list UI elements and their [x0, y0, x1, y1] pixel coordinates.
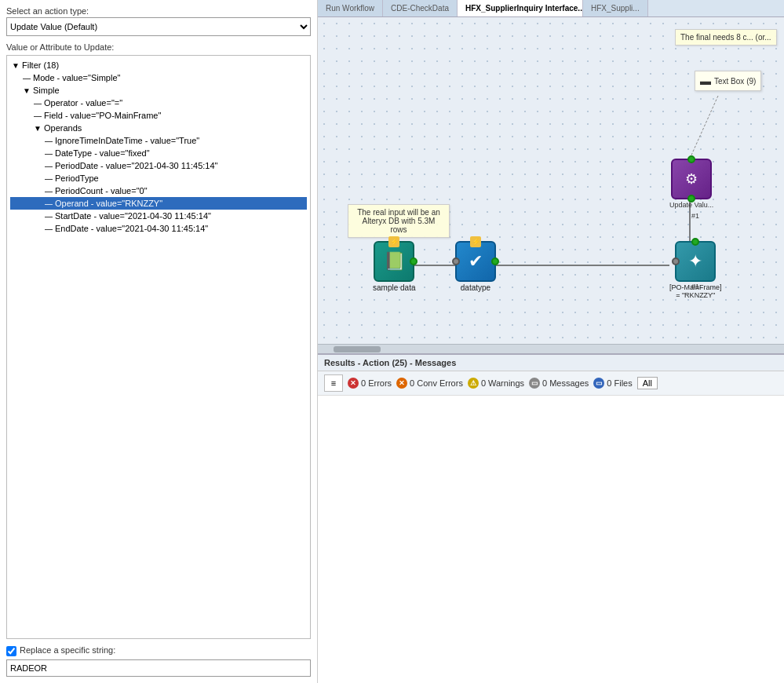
results-panel: Results - Action (25) - Messages ≡ ✕ 0 E… [318, 353, 784, 683]
tree-item-text: Operands [44, 123, 82, 133]
warnings-icon: ⚠ [468, 378, 479, 389]
datatype-lightning: ⚡ [470, 236, 481, 247]
port1-label: #1 [691, 212, 699, 220]
tree-icon: — [43, 187, 54, 195]
tree-icon: ▼ [21, 86, 32, 95]
main-action-port-left [672, 257, 680, 265]
tree-item-text: PeriodDate - value="2021-04-30 11:45:14" [55, 161, 217, 170]
tree-icon: — [32, 99, 43, 108]
tab-item[interactable]: Run Workflow [318, 0, 383, 16]
tree-item[interactable]: —PeriodType [10, 172, 307, 184]
tree-icon: — [43, 174, 54, 183]
tree-item[interactable]: ▼Simple [10, 84, 307, 97]
tab-item[interactable]: CDE-CheckData [383, 0, 458, 16]
sample-data-label: sample data [373, 283, 415, 292]
action-type-select[interactable]: Update Value (Default) [6, 17, 311, 36]
update-value-icon[interactable]: ⚙ [671, 159, 712, 199]
tree-icon: ▼ [32, 124, 43, 133]
replace-label: Replace a specific string: [20, 645, 115, 655]
tree-item-text: StartDate - value="2021-04-30 11:45:14" [55, 211, 211, 221]
replace-check-row: Replace a specific string: [6, 645, 311, 656]
attr-label: Value or Attribute to Update: [6, 42, 311, 52]
main-action-port-top [691, 238, 699, 246]
tree-item[interactable]: —DateType - value="fixed" [10, 147, 307, 159]
errors-count: 0 [361, 378, 366, 388]
sample-data-lightning: ⚡ [388, 236, 399, 247]
tree-item[interactable]: ▼Filter (18) [10, 59, 307, 71]
tree-item[interactable]: —PeriodCount - value="0" [10, 184, 307, 197]
tree-item-text: Operand - value="RKNZZY" [55, 199, 162, 208]
results-body [318, 396, 784, 683]
text-box-icon: ▬ [700, 75, 711, 87]
conv-errors-count: 0 [410, 378, 414, 388]
update-value-port-bottom [687, 195, 695, 203]
text-box-node[interactable]: ▬ Text Box (9) [695, 71, 761, 91]
replace-input[interactable] [6, 659, 311, 677]
tab-item[interactable]: HFX_SupplierInquiry Interface... [458, 0, 583, 16]
replace-checkbox[interactable] [6, 646, 16, 656]
tree-item-text: PeriodType [55, 173, 99, 183]
tab-item[interactable]: HFX_Suppli... [583, 0, 648, 16]
results-header-text: Results - Action (25) - Messages [324, 358, 456, 367]
main-action-icon[interactable]: ✦ [675, 241, 716, 282]
tree-item-text: Simple [33, 86, 60, 95]
errors-label: Errors [368, 378, 392, 388]
tree-icon: — [21, 74, 32, 82]
tree-icon: — [32, 111, 43, 120]
warnings-badge: ⚠ 0 Warnings [468, 378, 524, 389]
tree-item[interactable]: —Operand - value="RKNZZY" [10, 197, 307, 210]
datatype-port-right [491, 257, 499, 265]
tree-item-text: PeriodCount - value="0" [55, 186, 148, 195]
tree-item[interactable]: —Mode - value="Simple" [10, 71, 307, 84]
tree-item-text: Field - value="PO-MainFrame" [44, 111, 161, 120]
right-panel: Run WorkflowCDE-CheckDataHFX_SupplierInq… [318, 0, 784, 683]
files-label: Files [614, 378, 632, 388]
tree-item-text: IgnoreTimeInDateTime - value="True" [55, 136, 199, 145]
tree-icon: — [43, 149, 54, 158]
tree-icon: — [43, 225, 54, 233]
warnings-count: 0 [481, 378, 486, 388]
datatype-node[interactable]: ⚡ ✔ datatype [455, 241, 496, 292]
tree-icon: — [43, 137, 54, 145]
tree-item-text: EndDate - value="2021-04-30 11:45:14" [55, 224, 208, 233]
messages-count: 0 [542, 378, 547, 388]
sample-data-icon[interactable]: ⚡ 📗 [374, 241, 414, 282]
tab-bar: Run WorkflowCDE-CheckDataHFX_SupplierInq… [318, 0, 784, 17]
update-value-port-top [687, 155, 695, 163]
canvas-hscroll[interactable] [318, 344, 784, 353]
results-toolbar: ≡ ✕ 0 Errors ✕ 0 Conv Errors ⚠ 0 Warning… [318, 371, 784, 396]
tree-item[interactable]: —IgnoreTimeInDateTime - value="True" [10, 134, 307, 147]
files-badge: ▭ 0 Files [593, 378, 632, 389]
conv-errors-label: Conv Errors [417, 378, 463, 388]
tree-item[interactable]: —EndDate - value="2021-04-30 11:45:14" [10, 222, 307, 235]
tree-container: ▼Filter (18)—Mode - value="Simple"▼Simpl… [6, 55, 311, 639]
annotation-real: The real input will be an Alteryx DB wit… [348, 204, 450, 238]
tree-item-text: Operator - value="=" [44, 98, 122, 108]
tree-icon: — [43, 162, 54, 170]
tree-icon: — [43, 212, 54, 221]
port2-label: #1 [691, 283, 699, 290]
datatype-label: datatype [461, 283, 490, 292]
conv-errors-icon: ✕ [396, 378, 407, 389]
errors-icon: ✕ [348, 378, 359, 389]
warnings-label: Warnings [488, 378, 524, 388]
text-box-label: Text Box (9) [714, 77, 756, 86]
sample-data-node[interactable]: ⚡ 📗 sample data [373, 241, 415, 292]
datatype-icon[interactable]: ⚡ ✔ [455, 241, 496, 282]
results-header: Results - Action (25) - Messages [318, 355, 784, 371]
messages-badge: ▭ 0 Messages [529, 378, 589, 389]
canvas-hscroll-thumb[interactable] [334, 346, 381, 352]
update-value-node[interactable]: ⚙ Update Valu... [669, 159, 713, 209]
tree-item[interactable]: —Operator - value="=" [10, 97, 307, 109]
tree-item[interactable]: —PeriodDate - value="2021-04-30 11:45:14… [10, 159, 307, 172]
canvas-area[interactable]: The final needs 8 c... (or... ▬ Text Box… [318, 17, 784, 344]
svg-line-3 [690, 96, 718, 159]
messages-label: Messages [549, 378, 589, 388]
tree-item[interactable]: ▼Operands [10, 122, 307, 134]
annotation-final: The final needs 8 c... (or... [675, 29, 777, 46]
tree-item-text: DateType - value="fixed" [55, 148, 150, 158]
tree-item[interactable]: —Field - value="PO-MainFrame" [10, 109, 307, 122]
results-icon-btn[interactable]: ≡ [324, 374, 343, 392]
tree-item[interactable]: —StartDate - value="2021-04-30 11:45:14" [10, 210, 307, 222]
results-all-tab[interactable]: All [637, 377, 658, 389]
